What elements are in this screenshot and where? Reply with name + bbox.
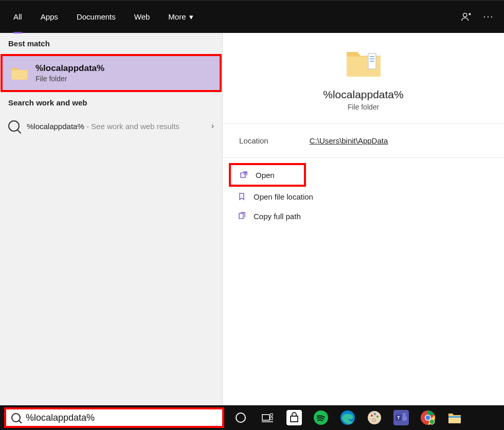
search-work-web-label: Search work and web bbox=[0, 92, 222, 113]
svg-point-24 bbox=[403, 413, 406, 416]
teams-icon: T bbox=[393, 410, 409, 425]
svg-point-16 bbox=[368, 411, 381, 424]
action-open-file-location-label: Open file location bbox=[254, 192, 313, 201]
svg-rect-8 bbox=[239, 213, 243, 219]
svg-point-17 bbox=[371, 415, 373, 417]
chevron-right-icon: › bbox=[211, 121, 214, 131]
best-match-title: %localappdata% bbox=[35, 63, 104, 74]
action-open-label: Open bbox=[256, 171, 275, 180]
search-window: All Apps Documents Web More ▾ ··· Best m… bbox=[0, 0, 504, 430]
svg-text:T: T bbox=[397, 415, 400, 420]
filter-bar: All Apps Documents Web More ▾ ··· bbox=[0, 0, 504, 33]
svg-point-19 bbox=[376, 416, 379, 418]
preview-pane: %localappdata% File folder Location C:\U… bbox=[223, 33, 504, 405]
spotify-button[interactable] bbox=[309, 405, 333, 430]
location-label: Location bbox=[239, 136, 268, 145]
action-copy-full-path[interactable]: Copy full path bbox=[229, 206, 498, 226]
chrome-icon bbox=[420, 410, 436, 425]
filter-all[interactable]: All bbox=[4, 1, 31, 33]
chevron-down-icon: ▾ bbox=[189, 12, 193, 22]
overflow-icon[interactable]: ··· bbox=[477, 6, 500, 28]
filter-apps[interactable]: Apps bbox=[31, 1, 67, 33]
account-icon[interactable] bbox=[455, 6, 477, 28]
preview-sub: File folder bbox=[348, 103, 379, 111]
action-copy-full-path-label: Copy full path bbox=[254, 212, 301, 221]
svg-rect-9 bbox=[262, 415, 269, 420]
folder-icon bbox=[345, 46, 382, 79]
svg-rect-25 bbox=[402, 416, 407, 421]
teams-button[interactable]: T bbox=[389, 405, 413, 430]
filter-documents[interactable]: Documents bbox=[67, 1, 125, 33]
search-work-web-text: %localappdata% - See work and web result… bbox=[27, 122, 204, 131]
sww-query: %localappdata% bbox=[27, 122, 84, 131]
folder-icon bbox=[11, 65, 28, 81]
spotify-icon bbox=[313, 410, 329, 425]
best-match-label: Best match bbox=[0, 33, 222, 54]
best-match-row[interactable]: %localappdata% File folder bbox=[1, 54, 222, 92]
edge-icon bbox=[340, 410, 355, 425]
sww-hint: - See work and web results bbox=[86, 122, 179, 131]
search-icon bbox=[11, 413, 21, 422]
file-explorer-icon bbox=[447, 410, 462, 425]
actions-list: Open Open file location Copy full path bbox=[223, 158, 504, 231]
body: Best match %localappdata% File folder Se… bbox=[0, 33, 504, 405]
search-work-web-row[interactable]: %localappdata% - See work and web result… bbox=[0, 113, 222, 139]
preview-title: %localappdata% bbox=[323, 88, 403, 101]
task-view-button[interactable] bbox=[255, 405, 280, 430]
svg-point-20 bbox=[372, 419, 375, 422]
chrome-button[interactable] bbox=[416, 405, 440, 430]
filter-more[interactable]: More ▾ bbox=[159, 1, 202, 33]
filter-web[interactable]: Web bbox=[125, 1, 159, 33]
location-value[interactable]: C:\Users\binit\AppData bbox=[310, 136, 388, 145]
svg-rect-11 bbox=[271, 414, 273, 416]
paint-button[interactable] bbox=[362, 405, 387, 430]
open-icon bbox=[239, 170, 248, 180]
location-icon bbox=[237, 192, 246, 201]
filter-more-label: More bbox=[168, 12, 186, 21]
action-open-file-location[interactable]: Open file location bbox=[229, 187, 498, 206]
action-open[interactable]: Open bbox=[229, 163, 306, 187]
store-icon bbox=[286, 410, 302, 425]
circle-icon bbox=[236, 413, 246, 423]
taskbar-search[interactable] bbox=[4, 407, 224, 428]
taskbar: T bbox=[0, 405, 504, 430]
search-input[interactable] bbox=[26, 413, 217, 423]
cortana-button[interactable] bbox=[228, 405, 253, 430]
preview-header: %localappdata% File folder bbox=[223, 33, 504, 124]
copy-icon bbox=[237, 211, 246, 221]
location-row: Location C:\Users\binit\AppData bbox=[223, 124, 504, 158]
results-pane: Best match %localappdata% File folder Se… bbox=[0, 33, 223, 405]
svg-rect-31 bbox=[448, 416, 461, 418]
store-button[interactable] bbox=[282, 405, 307, 430]
best-match-text: %localappdata% File folder bbox=[35, 63, 104, 83]
palette-icon bbox=[367, 410, 382, 425]
edge-button[interactable] bbox=[335, 405, 360, 430]
best-match-sub: File folder bbox=[35, 75, 104, 83]
svg-rect-12 bbox=[271, 417, 273, 420]
svg-point-29 bbox=[429, 419, 435, 424]
search-icon bbox=[8, 120, 20, 132]
svg-point-0 bbox=[463, 13, 467, 16]
explorer-button[interactable] bbox=[442, 405, 467, 430]
svg-point-28 bbox=[426, 416, 430, 420]
task-view-icon bbox=[262, 413, 273, 422]
svg-point-18 bbox=[374, 413, 376, 415]
